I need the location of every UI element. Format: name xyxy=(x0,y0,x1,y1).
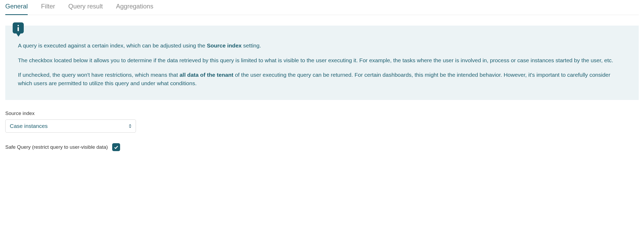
info-icon-tail xyxy=(16,33,21,37)
info-paragraph-1: A query is executed against a certain in… xyxy=(18,41,626,50)
info-paragraph-3: If unchecked, the query won't have restr… xyxy=(18,71,626,87)
source-index-section: Source index Case instances xyxy=(5,110,639,133)
safe-query-checkbox[interactable] xyxy=(112,143,120,151)
info-icon xyxy=(13,22,24,33)
tab-general[interactable]: General xyxy=(5,0,28,15)
tabs-bar: General Filter Query result Aggregations xyxy=(5,0,639,15)
tab-filter[interactable]: Filter xyxy=(41,0,55,15)
info-text: setting. xyxy=(242,42,261,49)
safe-query-label: Safe Query (restrict query to user-visib… xyxy=(5,144,108,150)
info-callout: A query is executed against a certain in… xyxy=(5,26,639,100)
info-paragraph-2: The checkbox located below it allows you… xyxy=(18,56,626,65)
svg-point-0 xyxy=(18,25,19,26)
info-bold: all data of the tenant xyxy=(179,72,233,78)
source-index-label: Source index xyxy=(5,110,639,116)
source-index-value: Case instances xyxy=(10,123,48,129)
tab-query-result[interactable]: Query result xyxy=(68,0,103,15)
check-icon xyxy=(114,145,119,150)
svg-rect-1 xyxy=(18,27,19,31)
info-bold: Source index xyxy=(207,42,242,49)
source-index-select-wrapper: Case instances xyxy=(5,119,136,133)
info-text: A query is executed against a certain in… xyxy=(18,42,207,49)
info-text: If unchecked, the query won't have restr… xyxy=(18,72,179,78)
tab-aggregations[interactable]: Aggregations xyxy=(116,0,153,15)
safe-query-row: Safe Query (restrict query to user-visib… xyxy=(5,143,639,151)
source-index-select[interactable]: Case instances xyxy=(5,119,136,133)
